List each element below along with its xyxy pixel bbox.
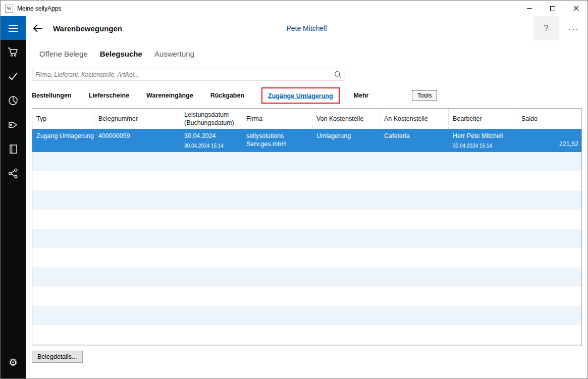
help-button[interactable]: ?	[533, 16, 559, 40]
tab-bar: Offene Belege Belegsuche Auswertung	[39, 46, 587, 61]
column-header-leistungsdatum[interactable]: Leistungsdatum(Buchungsdatum)	[180, 109, 242, 129]
sidebar-item-tags[interactable]	[1, 113, 26, 137]
cell-saldo: 221,52	[517, 129, 581, 152]
column-header-bearbeiter[interactable]: Bearbeiter	[449, 109, 517, 129]
column-header-belegnummer[interactable]: Belegnummer	[94, 109, 180, 129]
belegdetails-button[interactable]: Belegdetails...	[32, 351, 83, 363]
filter-zugaenge-umlagerung[interactable]: Zugänge Umlagerung	[268, 92, 333, 100]
settings-button[interactable]: ⚙	[1, 350, 26, 374]
filter-bar: Bestellungen Lieferscheine Wareneingänge…	[32, 87, 587, 104]
filter-bestellungen[interactable]: Bestellungen	[32, 92, 72, 99]
book-icon	[8, 144, 19, 155]
tab-belegsuche[interactable]: Belegsuche	[100, 50, 142, 58]
column-header-typ[interactable]: Typ	[32, 109, 94, 129]
sidebar-item-cart[interactable]	[1, 40, 26, 64]
more-options-button[interactable]: ···	[564, 16, 583, 40]
pie-chart-icon	[8, 95, 19, 106]
app-window: W Meine sellyApps	[0, 0, 588, 379]
app-logo-icon: W	[5, 5, 13, 13]
minimize-button[interactable]	[518, 1, 541, 16]
gear-icon: ⚙	[9, 357, 18, 367]
sidebar-item-share[interactable]	[1, 161, 26, 185]
search-container	[32, 69, 345, 80]
window-controls	[518, 1, 587, 16]
main-content: Warenbewegungen Pete Mitchell ? ··· Offe…	[26, 16, 587, 378]
check-icon	[8, 71, 19, 82]
maximize-icon	[550, 6, 555, 11]
table-header-row: Typ Belegnummer Leistungsdatum(Buchungsd…	[32, 109, 581, 129]
page-header: Warenbewegungen Pete Mitchell ? ···	[26, 16, 587, 40]
column-header-saldo[interactable]: Saldo	[517, 109, 581, 129]
filter-mehr[interactable]: Mehr	[354, 92, 369, 99]
search-input[interactable]	[32, 69, 345, 80]
page-title: Warenbewegungen	[53, 24, 122, 33]
sidebar: ⚙	[1, 16, 26, 378]
cell-bearbeiter: Herr Pete Mitchell 30.04.2024 15:14	[449, 129, 517, 152]
close-button[interactable]	[564, 1, 587, 16]
search-icon	[334, 71, 342, 78]
cell-firma: sellysolutions Serv.ges.mbH	[242, 129, 312, 152]
hamburger-icon	[8, 24, 18, 32]
window-title: Meine sellyApps	[17, 5, 61, 12]
share-icon	[8, 168, 19, 179]
filter-rueckgaben[interactable]: Rückgaben	[210, 92, 244, 99]
minimize-icon	[527, 8, 532, 9]
results-table: Typ Belegnummer Leistungsdatum(Buchungsd…	[32, 108, 582, 346]
hamburger-menu-button[interactable]	[1, 16, 26, 40]
filter-lieferscheine[interactable]: Lieferscheine	[89, 92, 130, 99]
maximize-button[interactable]	[541, 1, 564, 16]
sidebar-item-reports[interactable]	[1, 88, 26, 113]
table-empty-rows	[32, 152, 581, 346]
column-header-an-kostenstelle[interactable]: An Kostenstelle	[380, 109, 449, 129]
sidebar-item-journal[interactable]	[1, 137, 26, 161]
cell-belegnummer: 400000059	[94, 129, 180, 152]
table-row[interactable]: Zugang Umlagerung 400000059 30.04.2024 3…	[32, 129, 581, 152]
tab-auswertung[interactable]: Auswertung	[154, 50, 194, 58]
column-header-firma[interactable]: Firma	[242, 109, 312, 129]
back-arrow-icon	[33, 24, 43, 32]
cell-typ: Zugang Umlagerung	[32, 129, 94, 152]
cell-leistungsdatum: 30.04.2024 30.04.2024 15:14	[180, 129, 242, 152]
close-icon	[573, 6, 579, 11]
filter-highlight-box: Zugänge Umlagerung	[261, 87, 339, 104]
back-button[interactable]	[33, 24, 43, 32]
user-name: Pete Mitchell	[286, 24, 327, 32]
cell-von-kostenstelle: Umlagerung	[312, 129, 380, 152]
tab-offene-belege[interactable]: Offene Belege	[39, 50, 88, 58]
titlebar: W Meine sellyApps	[1, 1, 587, 16]
cart-icon	[8, 46, 19, 58]
tools-button[interactable]: Tools	[412, 90, 437, 101]
sidebar-item-tasks[interactable]	[1, 64, 26, 88]
filter-wareneingaenge[interactable]: Wareneingänge	[146, 92, 193, 99]
column-header-von-kostenstelle[interactable]: Von Kostenstelle	[312, 109, 380, 129]
tag-icon	[8, 119, 19, 130]
cell-an-kostenstelle: Cafeteria	[380, 129, 449, 152]
